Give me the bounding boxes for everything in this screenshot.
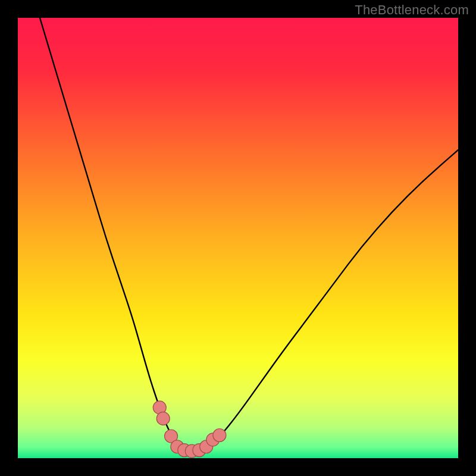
plot-area: [18, 18, 458, 458]
marker-point: [156, 412, 170, 425]
gradient-background: [18, 18, 458, 458]
chart-frame: TheBottleneck.com: [0, 0, 476, 476]
watermark-text: TheBottleneck.com: [355, 2, 469, 18]
chart-svg: [18, 18, 458, 458]
marker-point: [213, 429, 226, 442]
